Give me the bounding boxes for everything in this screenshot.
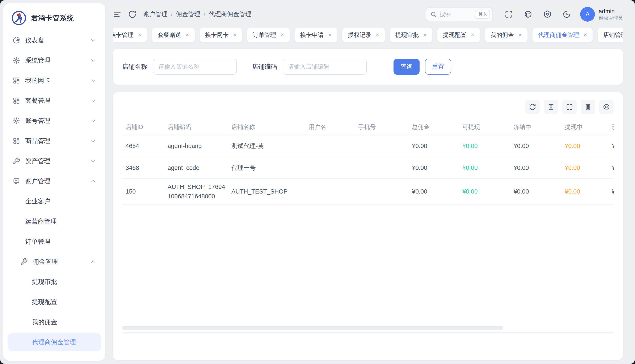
tab-4[interactable]: 换卡申请✕ [294, 27, 338, 43]
cell-withdrawing: ¥0.00 [565, 179, 612, 205]
cell-frozen: ¥0.00 [514, 157, 565, 179]
table-row-1[interactable]: 3468agent_code代理一号¥0.00¥0.00¥0.00¥0.00¥0… [122, 157, 613, 179]
tab-7[interactable]: 提现配置✕ [437, 27, 480, 43]
user-menu[interactable]: A admin 超级管理员 [580, 7, 623, 22]
reset-button[interactable]: 重置 [425, 59, 451, 75]
breadcrumb-item-1[interactable]: 佣金管理 [176, 10, 200, 18]
tab-9[interactable]: 代理商佣金管理✕ [532, 27, 593, 43]
settings-hex-icon[interactable] [543, 10, 552, 18]
sidebar-item-15[interactable]: 代理商佣金管理 [8, 333, 101, 352]
tab-close-icon[interactable]: ✕ [233, 32, 237, 38]
tab-close-icon[interactable]: ✕ [423, 32, 427, 38]
sidebar-item-6[interactable]: 资产管理 [8, 152, 101, 170]
topbar: 账户管理/佣金管理/代理商佣金管理 搜索 ⌘ k A admin 超级管理员 [113, 4, 623, 25]
shop-code-input[interactable] [283, 59, 367, 75]
table-row-0[interactable]: 4654agent-huang测试代理-黄¥0.00¥0.00¥0.00¥0.0… [122, 135, 613, 157]
wrench-icon [13, 157, 20, 165]
column-header-extra: 已提现 [612, 119, 613, 135]
tab-close-icon[interactable]: ✕ [375, 32, 379, 38]
gear-icon [13, 56, 20, 64]
sidebar-item-9[interactable]: 运营商管理 [8, 212, 101, 231]
sidebar-item-label: 我的网卡 [25, 76, 85, 85]
table-toolbar-columns-button[interactable] [581, 100, 595, 114]
sidebar-item-4[interactable]: 账号管理 [8, 112, 101, 130]
tab-close-icon[interactable]: ✕ [280, 32, 284, 38]
sidebar-item-7[interactable]: 账户管理 [8, 172, 101, 190]
chevron-down-icon [90, 78, 96, 84]
sidebar-item-8[interactable]: 企业客户 [8, 192, 101, 210]
tab-3[interactable]: 订单管理✕ [247, 27, 290, 43]
fullscreen-icon[interactable] [505, 10, 513, 18]
tab-close-icon[interactable]: ✕ [471, 32, 474, 38]
sidebar-item-label: 我的佣金 [32, 318, 96, 326]
breadcrumb-separator: / [204, 11, 205, 18]
app-logo-icon [11, 10, 27, 26]
globe-icon[interactable] [524, 10, 532, 18]
moon-icon[interactable] [563, 10, 571, 18]
sidebar-item-label: 企业客户 [25, 197, 96, 206]
tab-label: 套餐赠送 [157, 31, 181, 39]
tab-1[interactable]: 套餐赠送✕ [152, 27, 195, 43]
search-icon [430, 11, 437, 18]
cell-extra: ¥0.00 [612, 179, 613, 205]
sidebar-item-12[interactable]: 提现审批 [8, 272, 101, 291]
sidebar-item-label: 套餐管理 [25, 96, 85, 105]
cell-shopName: 代理一号 [232, 157, 309, 179]
tab-close-icon[interactable]: ✕ [185, 32, 189, 38]
horizontal-scrollbar [122, 326, 613, 330]
horizontal-scrollbar-thumb[interactable] [122, 326, 503, 330]
search-input[interactable]: 搜索 ⌘ k [426, 7, 493, 22]
chevron-down-icon [90, 158, 96, 164]
sidebar-item-11[interactable]: 佣金管理 [8, 252, 101, 271]
cell-frozen: ¥0.00 [514, 135, 565, 157]
tab-2[interactable]: 换卡网卡✕ [199, 27, 243, 43]
tab-close-icon[interactable]: ✕ [328, 32, 332, 38]
sidebar-collapse-icon[interactable] [113, 10, 121, 18]
avatar[interactable]: A [580, 7, 595, 22]
sidebar-item-5[interactable]: 商品管理 [8, 132, 101, 150]
tab-close-icon[interactable]: ✕ [583, 32, 587, 38]
tab-0[interactable]: 换卡管理✕ [113, 27, 147, 43]
tab-close-icon[interactable]: ✕ [138, 32, 141, 38]
table-toolbar-refresh-button[interactable] [525, 100, 540, 114]
sidebar-item-10[interactable]: 订单管理 [8, 232, 101, 251]
tab-10[interactable]: 店铺管理✕ [597, 27, 623, 43]
column-header-phone: 手机号 [358, 119, 412, 135]
sidebar-item-13[interactable]: 提现配置 [8, 293, 101, 311]
tab-close-icon[interactable]: ✕ [518, 32, 522, 38]
breadcrumb-item-2[interactable]: 代理商佣金管理 [209, 10, 251, 18]
chevron-down-icon [90, 118, 96, 124]
cell-withdrawable: ¥0.00 [462, 179, 514, 205]
table-toolbar [122, 100, 613, 114]
shop-name-input[interactable] [153, 59, 237, 75]
filter-card: 店铺名称 店铺编码 查询 重置 [113, 49, 623, 85]
table-toolbar-fullscreen-button[interactable] [562, 100, 577, 114]
app-title: 君鸿卡管系统 [31, 14, 74, 23]
sidebar-item-3[interactable]: 套餐管理 [8, 92, 101, 110]
breadcrumb-item-0[interactable]: 账户管理 [143, 10, 167, 18]
logo-row: 君鸿卡管系统 [8, 8, 101, 31]
stage: 君鸿卡管系统 仪表盘系统管理我的网卡套餐管理账号管理商品管理资产管理账户管理企业… [0, 0, 635, 364]
sidebar-item-1[interactable]: 系统管理 [8, 51, 101, 70]
tab-6[interactable]: 提现审批✕ [389, 27, 433, 43]
search-button[interactable]: 查询 [393, 59, 419, 75]
sidebar-item-2[interactable]: 我的网卡 [8, 71, 101, 90]
column-header-shopCode: 店铺编码 [167, 119, 232, 135]
sidebar-item-14[interactable]: 我的佣金 [8, 313, 101, 331]
sidebar-item-label: 资产管理 [25, 157, 85, 166]
cell-withdrawing: ¥0.00 [565, 135, 612, 157]
column-header-shopId: 店铺ID [122, 119, 167, 135]
column-header-withdrawing: 提现中 [565, 119, 612, 135]
fullscreen-icon [566, 103, 573, 110]
refresh-icon[interactable] [128, 10, 136, 18]
sidebar-item-label: 代理商佣金管理 [32, 338, 96, 346]
table-toolbar-row-height-button[interactable] [544, 100, 558, 114]
tab-8[interactable]: 我的佣金✕ [485, 27, 528, 43]
wrench-icon [20, 258, 28, 266]
sidebar-item-label: 账户管理 [25, 177, 85, 186]
sidebar-item-0[interactable]: 仪表盘 [8, 31, 101, 50]
tab-label: 换卡管理 [113, 31, 134, 39]
table-row-2[interactable]: 150AUTH_SHOP_1769410068471648000AUTH_TES… [122, 179, 613, 205]
tab-5[interactable]: 授权记录✕ [342, 27, 385, 43]
table-toolbar-settings-nut-button[interactable] [599, 100, 613, 114]
